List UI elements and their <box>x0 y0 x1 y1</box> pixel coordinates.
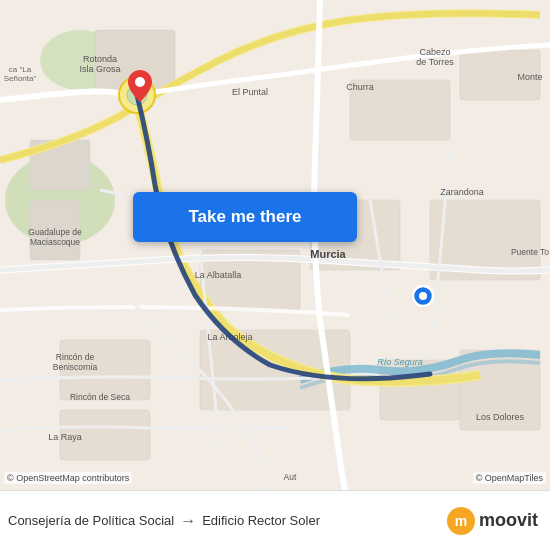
svg-text:La Albatalla: La Albatalla <box>195 270 242 280</box>
svg-text:Aut: Aut <box>284 472 297 482</box>
svg-point-41 <box>135 77 145 87</box>
svg-text:Zarandona: Zarandona <box>440 187 484 197</box>
svg-text:Beniscornia: Beniscornia <box>53 362 98 372</box>
svg-text:Señorita": Señorita" <box>4 74 37 83</box>
svg-text:Monte: Monte <box>517 72 542 82</box>
destination-marker <box>412 285 434 311</box>
svg-text:El Puntal: El Puntal <box>232 87 268 97</box>
svg-text:Puente To: Puente To <box>511 247 549 257</box>
moovit-logo-text: moovit <box>479 510 538 531</box>
footer-bar: Consejería de Política Social → Edificio… <box>0 490 550 550</box>
svg-text:Cabezo: Cabezo <box>419 47 450 57</box>
footer-arrow-icon: → <box>180 512 196 530</box>
origin-marker <box>128 70 152 106</box>
svg-text:Guadalupe de: Guadalupe de <box>28 227 82 237</box>
map-attribution: © OpenStreetMap contributors <box>4 472 132 484</box>
svg-text:Rincón de: Rincón de <box>56 352 95 362</box>
svg-text:La Arboleja: La Arboleja <box>207 332 252 342</box>
svg-text:Churra: Churra <box>346 82 374 92</box>
svg-text:Los Dolores: Los Dolores <box>476 412 525 422</box>
svg-text:La Raya: La Raya <box>48 432 82 442</box>
svg-point-43 <box>419 292 427 300</box>
svg-text:Isla Grosa: Isla Grosa <box>79 64 120 74</box>
svg-text:Rotonda: Rotonda <box>83 54 117 64</box>
footer-route-info: Consejería de Política Social → Edificio… <box>8 512 447 530</box>
map-container: Rotonda Isla Grosa ca "La Señorita" Cabe… <box>0 0 550 490</box>
moovit-logo-icon: m <box>447 507 475 535</box>
moovit-logo: m moovit <box>447 507 538 535</box>
svg-text:Maciascoque: Maciascoque <box>30 237 80 247</box>
svg-text:ca "La: ca "La <box>9 65 32 74</box>
svg-text:de Torres: de Torres <box>416 57 454 67</box>
footer-destination: Edificio Rector Soler <box>202 513 320 528</box>
svg-text:Rincón de Seca: Rincón de Seca <box>70 392 130 402</box>
tiles-attribution: © OpenMapTiles <box>473 472 546 484</box>
svg-text:Río Segura: Río Segura <box>377 357 423 367</box>
take-me-there-button[interactable]: Take me there <box>133 192 357 242</box>
svg-text:Murcia: Murcia <box>310 248 346 260</box>
footer-origin: Consejería de Política Social <box>8 513 174 528</box>
